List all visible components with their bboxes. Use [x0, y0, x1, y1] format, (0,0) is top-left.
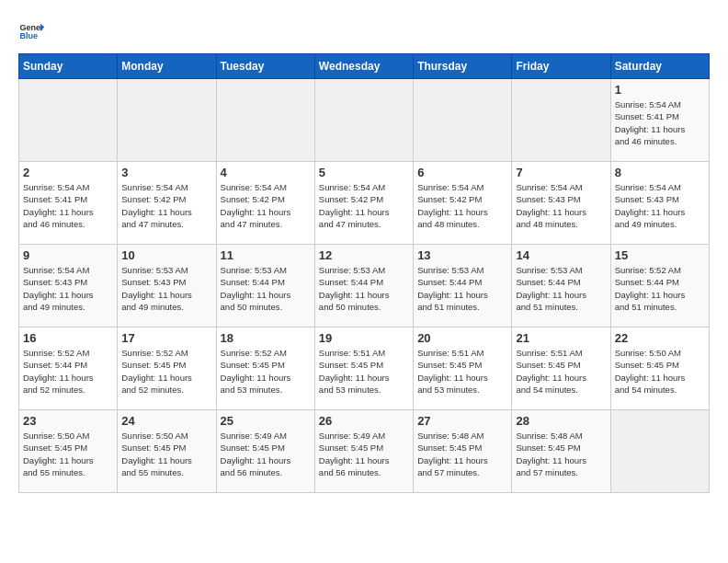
calendar-cell: 11Sunrise: 5:53 AM Sunset: 5:44 PM Dayli…: [216, 245, 314, 327]
calendar-cell: 4Sunrise: 5:54 AM Sunset: 5:42 PM Daylig…: [216, 162, 314, 245]
weekday-header-thursday: Thursday: [414, 54, 512, 79]
day-info: Sunrise: 5:54 AM Sunset: 5:42 PM Dayligh…: [319, 181, 409, 230]
calendar-cell: [19, 79, 118, 162]
calendar-cell: 8Sunrise: 5:54 AM Sunset: 5:43 PM Daylig…: [610, 162, 709, 245]
calendar-cell: 3Sunrise: 5:54 AM Sunset: 5:42 PM Daylig…: [118, 162, 216, 245]
calendar-week-2: 2Sunrise: 5:54 AM Sunset: 5:41 PM Daylig…: [19, 162, 710, 245]
calendar-cell: [314, 79, 413, 162]
svg-text:Blue: Blue: [19, 31, 38, 40]
calendar-cell: 17Sunrise: 5:52 AM Sunset: 5:45 PM Dayli…: [118, 327, 216, 410]
calendar-cell: 26Sunrise: 5:49 AM Sunset: 5:45 PM Dayli…: [314, 410, 413, 493]
calendar-week-5: 23Sunrise: 5:50 AM Sunset: 5:45 PM Dayli…: [19, 410, 710, 493]
calendar-cell: 22Sunrise: 5:50 AM Sunset: 5:45 PM Dayli…: [610, 327, 709, 410]
day-number: 19: [319, 331, 409, 345]
day-info: Sunrise: 5:54 AM Sunset: 5:42 PM Dayligh…: [417, 181, 507, 230]
day-number: 3: [121, 166, 211, 179]
calendar-cell: 6Sunrise: 5:54 AM Sunset: 5:42 PM Daylig…: [414, 162, 512, 245]
day-info: Sunrise: 5:48 AM Sunset: 5:45 PM Dayligh…: [516, 430, 606, 478]
day-number: 4: [221, 166, 311, 179]
day-number: 28: [516, 414, 606, 428]
day-info: Sunrise: 5:50 AM Sunset: 5:45 PM Dayligh…: [23, 430, 113, 478]
day-number: 2: [23, 166, 113, 179]
day-number: 25: [221, 414, 311, 428]
day-info: Sunrise: 5:54 AM Sunset: 5:42 PM Dayligh…: [221, 181, 311, 230]
day-number: 23: [23, 414, 113, 428]
day-number: 15: [615, 248, 705, 262]
calendar-cell: 14Sunrise: 5:53 AM Sunset: 5:44 PM Dayli…: [512, 245, 610, 327]
day-info: Sunrise: 5:52 AM Sunset: 5:45 PM Dayligh…: [121, 347, 211, 396]
calendar-cell: 5Sunrise: 5:54 AM Sunset: 5:42 PM Daylig…: [314, 162, 413, 245]
day-number: 7: [516, 166, 606, 179]
calendar-cell: 19Sunrise: 5:51 AM Sunset: 5:45 PM Dayli…: [314, 327, 413, 410]
day-info: Sunrise: 5:54 AM Sunset: 5:41 PM Dayligh…: [23, 181, 113, 230]
day-info: Sunrise: 5:51 AM Sunset: 5:45 PM Dayligh…: [516, 347, 606, 396]
calendar-cell: 24Sunrise: 5:50 AM Sunset: 5:45 PM Dayli…: [118, 410, 216, 493]
calendar-cell: 28Sunrise: 5:48 AM Sunset: 5:45 PM Dayli…: [512, 410, 610, 493]
calendar-table: SundayMondayTuesdayWednesdayThursdayFrid…: [18, 53, 710, 493]
day-info: Sunrise: 5:49 AM Sunset: 5:45 PM Dayligh…: [319, 430, 409, 478]
logo: General Blue: [18, 18, 44, 44]
calendar-cell: 16Sunrise: 5:52 AM Sunset: 5:44 PM Dayli…: [19, 327, 118, 410]
day-info: Sunrise: 5:54 AM Sunset: 5:42 PM Dayligh…: [121, 181, 211, 230]
day-number: 6: [417, 166, 507, 179]
calendar-cell: 1Sunrise: 5:54 AM Sunset: 5:41 PM Daylig…: [610, 79, 709, 162]
calendar-cell: 12Sunrise: 5:53 AM Sunset: 5:44 PM Dayli…: [314, 245, 413, 327]
day-info: Sunrise: 5:52 AM Sunset: 5:45 PM Dayligh…: [221, 347, 311, 396]
day-number: 22: [615, 331, 705, 345]
day-info: Sunrise: 5:54 AM Sunset: 5:43 PM Dayligh…: [516, 181, 606, 230]
calendar-cell: [216, 79, 314, 162]
page-header: General Blue: [18, 18, 710, 44]
calendar-cell: [414, 79, 512, 162]
day-info: Sunrise: 5:53 AM Sunset: 5:44 PM Dayligh…: [516, 264, 606, 313]
day-info: Sunrise: 5:48 AM Sunset: 5:45 PM Dayligh…: [417, 430, 507, 478]
calendar-cell: 20Sunrise: 5:51 AM Sunset: 5:45 PM Dayli…: [414, 327, 512, 410]
day-number: 20: [417, 331, 507, 345]
calendar-week-3: 9Sunrise: 5:54 AM Sunset: 5:43 PM Daylig…: [19, 245, 710, 327]
day-info: Sunrise: 5:50 AM Sunset: 5:45 PM Dayligh…: [121, 430, 211, 478]
calendar-cell: 9Sunrise: 5:54 AM Sunset: 5:43 PM Daylig…: [19, 245, 118, 327]
calendar-cell: 27Sunrise: 5:48 AM Sunset: 5:45 PM Dayli…: [414, 410, 512, 493]
day-number: 11: [221, 248, 311, 262]
day-number: 12: [319, 248, 409, 262]
day-number: 17: [121, 331, 211, 345]
calendar-cell: 10Sunrise: 5:53 AM Sunset: 5:43 PM Dayli…: [118, 245, 216, 327]
day-number: 8: [615, 166, 705, 179]
day-info: Sunrise: 5:53 AM Sunset: 5:44 PM Dayligh…: [319, 264, 409, 313]
day-info: Sunrise: 5:52 AM Sunset: 5:44 PM Dayligh…: [615, 264, 705, 313]
day-number: 27: [417, 414, 507, 428]
day-number: 13: [417, 248, 507, 262]
calendar-cell: 15Sunrise: 5:52 AM Sunset: 5:44 PM Dayli…: [610, 245, 709, 327]
day-number: 18: [221, 331, 311, 345]
day-number: 16: [23, 331, 113, 345]
calendar-cell: 18Sunrise: 5:52 AM Sunset: 5:45 PM Dayli…: [216, 327, 314, 410]
weekday-header-saturday: Saturday: [610, 54, 709, 79]
day-number: 10: [121, 248, 211, 262]
calendar-week-1: 1Sunrise: 5:54 AM Sunset: 5:41 PM Daylig…: [19, 79, 710, 162]
day-info: Sunrise: 5:54 AM Sunset: 5:41 PM Dayligh…: [615, 98, 705, 147]
day-info: Sunrise: 5:51 AM Sunset: 5:45 PM Dayligh…: [417, 347, 507, 396]
calendar-cell: 2Sunrise: 5:54 AM Sunset: 5:41 PM Daylig…: [19, 162, 118, 245]
day-info: Sunrise: 5:54 AM Sunset: 5:43 PM Dayligh…: [23, 264, 113, 313]
weekday-header-friday: Friday: [512, 54, 610, 79]
calendar-cell: 25Sunrise: 5:49 AM Sunset: 5:45 PM Dayli…: [216, 410, 314, 493]
calendar-week-4: 16Sunrise: 5:52 AM Sunset: 5:44 PM Dayli…: [19, 327, 710, 410]
day-info: Sunrise: 5:50 AM Sunset: 5:45 PM Dayligh…: [615, 347, 705, 396]
day-info: Sunrise: 5:53 AM Sunset: 5:43 PM Dayligh…: [121, 264, 211, 313]
calendar-header: SundayMondayTuesdayWednesdayThursdayFrid…: [19, 54, 710, 79]
day-number: 1: [615, 83, 705, 97]
day-number: 26: [319, 414, 409, 428]
weekday-header-monday: Monday: [118, 54, 216, 79]
day-info: Sunrise: 5:54 AM Sunset: 5:43 PM Dayligh…: [615, 181, 705, 230]
calendar-cell: 23Sunrise: 5:50 AM Sunset: 5:45 PM Dayli…: [19, 410, 118, 493]
day-info: Sunrise: 5:52 AM Sunset: 5:44 PM Dayligh…: [23, 347, 113, 396]
day-number: 24: [121, 414, 211, 428]
weekday-header-wednesday: Wednesday: [314, 54, 413, 79]
calendar-cell: [610, 410, 709, 493]
day-info: Sunrise: 5:53 AM Sunset: 5:44 PM Dayligh…: [417, 264, 507, 313]
calendar-cell: 21Sunrise: 5:51 AM Sunset: 5:45 PM Dayli…: [512, 327, 610, 410]
day-number: 21: [516, 331, 606, 345]
weekday-header-sunday: Sunday: [19, 54, 118, 79]
day-number: 5: [319, 166, 409, 179]
day-info: Sunrise: 5:49 AM Sunset: 5:45 PM Dayligh…: [221, 430, 311, 478]
day-info: Sunrise: 5:51 AM Sunset: 5:45 PM Dayligh…: [319, 347, 409, 396]
